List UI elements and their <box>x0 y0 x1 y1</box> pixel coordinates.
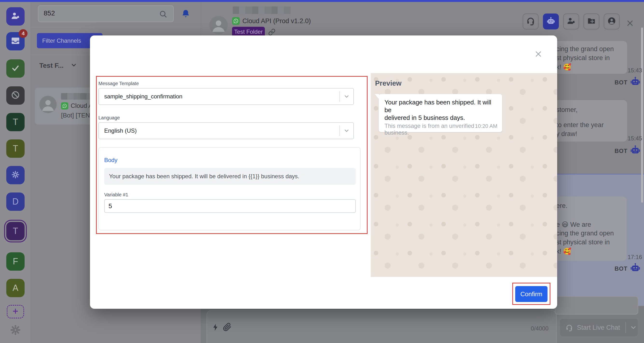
rail-item-team-f[interactable]: F <box>6 252 24 271</box>
chat-contact-name-redacted <box>233 6 291 14</box>
rail-item-team-t-olive[interactable]: T <box>6 140 24 158</box>
message-line: stomer, <box>556 106 578 114</box>
rail-item-contacts[interactable] <box>6 7 24 26</box>
top-banner <box>0 0 644 2</box>
rail-item-inbox[interactable]: 4 <box>6 32 24 50</box>
preview-message-line: Your package has been shipped. It will b… <box>384 98 497 114</box>
message-line: to enter the year <box>556 121 604 129</box>
message-line: y draw! <box>556 130 577 138</box>
template-select-value: sample_shipping_confirmation <box>99 93 339 100</box>
gear-icon <box>10 332 21 336</box>
message-line: st physical store in <box>556 238 610 246</box>
chevron-down-icon[interactable] <box>630 324 637 331</box>
profile-panel-button[interactable] <box>604 14 620 30</box>
rail-item-add-channel[interactable] <box>7 305 24 318</box>
bot-icon <box>629 262 642 274</box>
rail-item-team-t-active[interactable]: T <box>6 222 24 240</box>
bot-icon <box>629 76 642 88</box>
folder-selector[interactable]: Test F... <box>39 62 77 70</box>
whatsapp-icon <box>61 102 68 110</box>
conversation-channel-label: Cloud A <box>71 102 92 110</box>
template-body-card: Body Your package has been shipped. It w… <box>98 147 360 230</box>
modal-close-icon[interactable] <box>534 50 542 59</box>
start-live-chat-button[interactable]: Start Live Chat <box>560 319 638 336</box>
rail-item-settings[interactable] <box>10 324 21 337</box>
sender-label: BOT <box>614 79 628 86</box>
message-line: k! 🥰 <box>556 248 571 255</box>
person-tag-icon <box>10 11 20 22</box>
chevron-down-icon[interactable] <box>340 93 353 100</box>
body-template-text: Your package has been shipped. It will b… <box>109 173 299 180</box>
rail-item-automation[interactable] <box>6 166 24 184</box>
headset-icon <box>565 324 573 332</box>
button-divider <box>626 322 626 333</box>
message-line: cing the grand open <box>556 45 614 53</box>
conversation-channel-row: Cloud A <box>61 102 92 110</box>
message-time: 17:16 <box>625 254 642 260</box>
language-select[interactable]: English (US) <box>98 122 354 139</box>
char-counter: 0/4000 <box>531 325 548 332</box>
composer-input-box[interactable]: 0/4000 <box>206 310 557 343</box>
folder-move-icon <box>587 16 596 26</box>
start-live-chat-label: Start Live Chat <box>577 324 620 332</box>
message-line: cing the grand open <box>556 230 614 237</box>
body-heading: Body <box>104 157 118 164</box>
message-line: ere. <box>556 202 568 210</box>
sender-label: BOT <box>614 148 628 154</box>
panel-divider <box>31 27 201 27</box>
quick-reply-lightning-icon[interactable] <box>211 323 220 332</box>
live-chat-toggle-button[interactable] <box>523 14 538 30</box>
message-time: 15:45 <box>625 135 642 142</box>
whatsapp-icon <box>232 17 240 25</box>
send-template-modal: Message Template sample_shipping_confirm… <box>90 36 557 309</box>
rail-item-blocked[interactable] <box>6 86 24 105</box>
contact-quick-card[interactable] <box>555 296 638 314</box>
close-chat-icon[interactable] <box>626 19 634 28</box>
search-input[interactable] <box>43 9 148 17</box>
folder-selector-label: Test F... <box>39 62 64 70</box>
rail-item-team-d[interactable]: D <box>6 192 24 211</box>
contact-name-redacted <box>61 93 90 100</box>
preview-message-time: 10:20 AM <box>475 123 497 129</box>
chat-channel-row: Cloud API (Prod v1.2.0) <box>232 17 311 25</box>
app-window: 4 T T D T F A <box>0 0 644 343</box>
move-to-folder-button[interactable] <box>584 14 600 30</box>
inbox-badge: 4 <box>19 29 28 38</box>
attachment-paperclip-icon[interactable] <box>223 323 232 332</box>
prohibited-icon <box>10 90 20 101</box>
assign-contact-button[interactable] <box>563 14 579 30</box>
preview-title: Preview <box>375 79 402 87</box>
headset-icon <box>526 16 535 26</box>
message-line: k! 🥰 <box>556 63 571 71</box>
template-label: Message Template <box>98 81 139 86</box>
chat-channel-label: Cloud API (Prod v1.2.0) <box>242 17 311 25</box>
rail-item-team-a[interactable]: A <box>6 279 24 297</box>
notifications-bell-icon[interactable] <box>181 9 190 20</box>
chevron-down-icon[interactable] <box>340 128 353 134</box>
sender-label: BOT <box>614 265 628 272</box>
bot-panel-button[interactable] <box>543 14 559 30</box>
language-select-value: English (US) <box>99 127 339 134</box>
gear-icon <box>11 170 20 180</box>
check-icon <box>11 64 20 74</box>
template-select[interactable]: sample_shipping_confirmation <box>98 88 354 105</box>
variable-label: Variable #1 <box>104 192 128 198</box>
inbox-icon <box>10 36 20 46</box>
variable-input[interactable] <box>104 199 356 213</box>
search-box[interactable] <box>38 5 174 22</box>
account-icon <box>607 16 616 27</box>
confirm-button[interactable]: Confirm <box>515 286 548 302</box>
search-icon[interactable] <box>159 10 168 19</box>
message-line: e 😃 We are <box>556 221 591 228</box>
preview-message-bubble: Your package has been shipped. It will b… <box>379 94 502 132</box>
conversation-last-message: [Bot] [TEN <box>61 112 90 119</box>
chevron-down-icon <box>70 62 77 70</box>
rail-item-done[interactable] <box>6 59 24 78</box>
language-label: Language <box>98 115 120 120</box>
preview-message-line: delivered in 5 business days. <box>384 114 497 122</box>
nav-rail: 4 T T D T F A <box>0 2 31 343</box>
rail-item-team-t-dark[interactable]: T <box>6 113 24 131</box>
bot-icon <box>629 144 642 157</box>
chat-scrollbar[interactable] <box>641 28 643 202</box>
person-tag-icon <box>566 16 576 26</box>
